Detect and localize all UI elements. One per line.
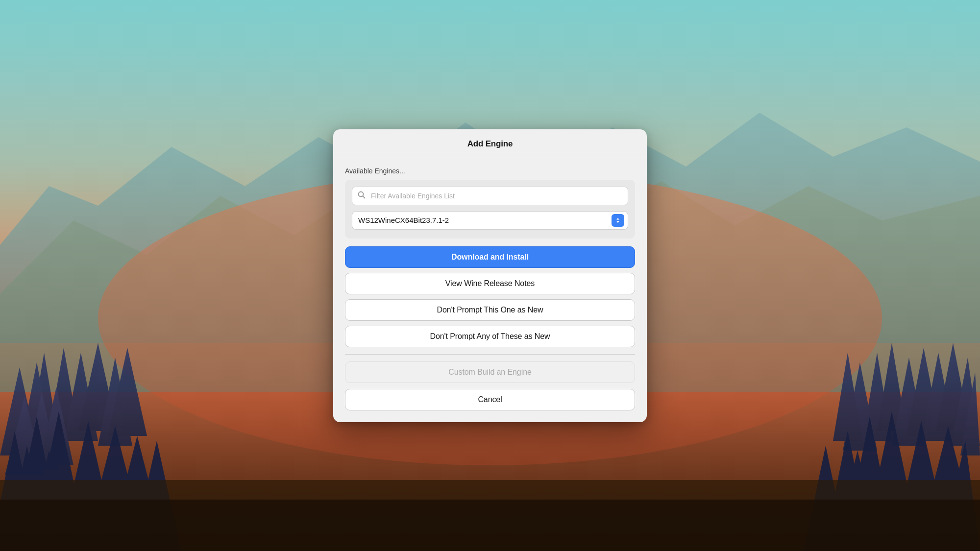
- search-input[interactable]: [352, 187, 628, 205]
- engines-container: WS12WineCX64Bit23.7.1-2: [345, 180, 635, 239]
- download-install-button[interactable]: Download and Install: [345, 246, 635, 268]
- dialog-title: Add Engine: [467, 139, 513, 148]
- dont-prompt-this-button[interactable]: Don't Prompt This One as New: [345, 299, 635, 321]
- custom-build-button[interactable]: Custom Build an Engine: [345, 361, 635, 383]
- buttons-section: Download and Install View Wine Release N…: [333, 246, 647, 347]
- dont-prompt-any-button[interactable]: Don't Prompt Any of These as New: [345, 326, 635, 347]
- engine-select[interactable]: WS12WineCX64Bit23.7.1-2: [352, 211, 628, 230]
- add-engine-dialog: Add Engine Available Engines...: [333, 129, 647, 422]
- view-release-notes-button[interactable]: View Wine Release Notes: [345, 273, 635, 294]
- engine-dropdown-row: WS12WineCX64Bit23.7.1-2: [352, 211, 628, 230]
- bottom-buttons-section: Custom Build an Engine Cancel: [333, 361, 647, 410]
- available-engines-label: Available Engines...: [345, 167, 635, 175]
- cancel-button[interactable]: Cancel: [345, 389, 635, 410]
- divider: [345, 354, 635, 355]
- search-row: [352, 187, 628, 205]
- dialog-title-bar: Add Engine: [333, 129, 647, 157]
- dialog-body: Available Engines...: [333, 157, 647, 239]
- dialog-overlay: Add Engine Available Engines...: [0, 0, 980, 551]
